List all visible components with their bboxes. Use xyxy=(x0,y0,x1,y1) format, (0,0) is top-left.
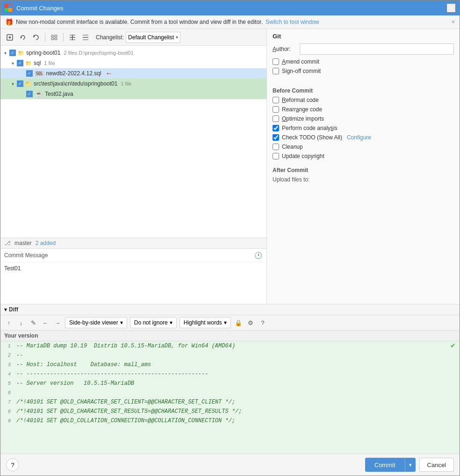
git-section-title: Git xyxy=(273,33,454,40)
changelist-dropdown[interactable]: Default Changelist ▾ xyxy=(126,32,180,43)
collapse-all-button[interactable] xyxy=(80,32,91,43)
ignore-dropdown-arrow: ▾ xyxy=(170,319,172,326)
perform-analysis-checkbox[interactable] xyxy=(273,125,279,131)
reformat-code-label[interactable]: Reformat code xyxy=(282,97,319,103)
list-item[interactable]: ✓ ☕ Test02.java xyxy=(0,89,266,99)
configure-link[interactable]: Configure xyxy=(347,134,371,141)
info-bar-close-button[interactable]: × xyxy=(452,19,455,25)
rearrange-code-checkbox[interactable] xyxy=(273,106,279,113)
update-copyright-checkbox[interactable] xyxy=(273,153,279,159)
tree-toggle-spring-boot01[interactable]: ▾ xyxy=(2,50,8,56)
amend-commit-label[interactable]: Amend commit xyxy=(282,58,319,65)
code-line: 5-- Server version 10.5.15-MariaDB xyxy=(0,379,460,388)
diff-section: ▾ Diff ↑ ↓ ✎ ← → Side-by-side viewer ▾ D… xyxy=(0,304,460,454)
tree-toggle-src[interactable]: ▾ xyxy=(10,81,15,87)
branch-name: master xyxy=(14,240,32,246)
checkbox-java-file[interactable]: ✓ xyxy=(26,91,33,97)
code-line: 3-- Host: localhost Database: mall_ams xyxy=(0,360,460,369)
line-number: 4 xyxy=(0,371,14,377)
checkbox-src[interactable]: ✓ xyxy=(17,80,23,87)
viewer-label: Side-by-side viewer xyxy=(69,319,118,326)
list-item[interactable]: ▾ ✓ 📁 spring-boot01 2 files D:\project\s… xyxy=(0,48,266,58)
cancel-button[interactable]: Cancel xyxy=(419,458,454,472)
code-line: 1-- MariaDB dump 10.19 Distrib 10.5.15-M… xyxy=(0,341,460,351)
checkbox-spring-boot01[interactable]: ✓ xyxy=(9,50,16,56)
right-panel: Git Author: Amend commit Sign-off commit xyxy=(267,29,460,304)
expand-all-button[interactable] xyxy=(67,32,78,43)
list-item[interactable]: ▾ ✓ 📁 src\test\java\cn\tedu\springboot01… xyxy=(0,79,266,89)
tree-toggle-sql[interactable]: ▾ xyxy=(10,60,15,66)
check-todo-label[interactable]: Check TODO (Show All) xyxy=(282,134,342,141)
perform-code-analysis-row: Perform code analysis xyxy=(273,125,454,131)
check-todo-row: Check TODO (Show All) Configure xyxy=(273,134,454,141)
checkbox-sql[interactable]: ✓ xyxy=(17,60,23,66)
ignore-dropdown[interactable]: Do not ignore ▾ xyxy=(130,317,177,328)
amend-commit-checkbox[interactable] xyxy=(273,58,279,65)
line-content: /*!40101 SET @OLD_CHARACTER_SET_CLIENT=@… xyxy=(14,399,460,405)
signoff-commit-checkbox[interactable] xyxy=(273,68,279,74)
commit-button[interactable]: Commit xyxy=(365,458,405,472)
group-by-button[interactable] xyxy=(49,32,60,43)
info-bar: 🎁 New non-modal commit interface is avai… xyxy=(0,15,460,29)
svg-rect-11 xyxy=(51,38,54,40)
diff-up-button[interactable]: ↑ xyxy=(4,318,14,327)
help-button[interactable]: ? xyxy=(6,458,19,471)
signoff-commit-label[interactable]: Sign-off commit xyxy=(282,68,321,74)
changelist-dropdown-arrow: ▾ xyxy=(176,35,178,40)
amend-commit-row: Amend commit xyxy=(273,58,454,65)
tree-label-sql-file: newdb2-2022.4.12.sql xyxy=(46,70,101,77)
cleanup-checkbox[interactable] xyxy=(273,144,279,150)
author-input[interactable] xyxy=(300,43,454,55)
file-tree: ▾ ✓ 📁 spring-boot01 2 files D:\project\s… xyxy=(0,46,266,238)
checkbox-sql-file[interactable]: ✓ xyxy=(26,70,33,77)
diff-back-button[interactable]: ← xyxy=(41,318,50,327)
svg-rect-12 xyxy=(55,38,57,40)
upload-files-label: Upload files to: xyxy=(273,176,454,183)
line-content: -- xyxy=(14,352,460,359)
commit-button-group: Commit ▾ xyxy=(365,458,416,472)
line-number: 7 xyxy=(0,399,14,405)
tree-meta-src: 1 file xyxy=(121,81,131,87)
commit-dropdown-button[interactable]: ▾ xyxy=(405,458,416,472)
author-row: Author: xyxy=(273,43,454,55)
diff-settings-button[interactable]: ⚙ xyxy=(246,318,255,327)
refresh-button[interactable] xyxy=(30,32,42,43)
switch-to-tool-window-link[interactable]: Switch to tool window xyxy=(266,19,319,25)
rearrange-code-label[interactable]: Rearrange code xyxy=(282,106,322,113)
optimize-imports-label[interactable]: Optimize imports xyxy=(282,115,324,122)
added-count: 2 added xyxy=(36,240,56,246)
update-copyright-row: Update copyright xyxy=(273,153,454,159)
commit-message-input[interactable]: Test01 xyxy=(0,262,266,304)
svg-rect-9 xyxy=(51,35,54,37)
diff-lock-button[interactable]: 🔒 xyxy=(234,318,243,327)
diff-edit-button[interactable]: ✎ xyxy=(29,318,38,327)
line-number: 9 xyxy=(0,418,14,424)
diff-down-button[interactable]: ↓ xyxy=(16,318,26,327)
reformat-code-row: Reformat code xyxy=(273,97,454,103)
reformat-code-checkbox[interactable] xyxy=(273,97,279,103)
perform-analysis-label[interactable]: Perform code analysis xyxy=(282,125,338,131)
folder-icon-sql: 📁 xyxy=(25,59,32,67)
commit-message-history-button[interactable]: 🕐 xyxy=(253,251,263,260)
move-to-changelist-button[interactable] xyxy=(4,32,15,43)
cleanup-label[interactable]: Cleanup xyxy=(282,144,303,150)
author-label: Author: xyxy=(273,46,296,52)
before-commit-section: Before Commit Reformat code Rearrange co… xyxy=(273,83,454,162)
window-close-button[interactable]: × xyxy=(446,3,456,13)
diff-help-button[interactable]: ? xyxy=(258,318,267,327)
diff-forward-button[interactable]: → xyxy=(53,318,62,327)
diff-title: Diff xyxy=(9,306,18,313)
bottom-bar: ? Commit ▾ Cancel xyxy=(0,454,460,476)
viewer-dropdown[interactable]: Side-by-side viewer ▾ xyxy=(65,317,127,328)
rollback-button[interactable] xyxy=(17,32,29,43)
check-todo-checkbox[interactable] xyxy=(273,134,279,141)
optimize-imports-checkbox[interactable] xyxy=(273,115,279,122)
line-number: 3 xyxy=(0,362,14,368)
diff-header[interactable]: ▾ Diff xyxy=(0,304,460,315)
line-content: -- Server version 10.5.15-MariaDB xyxy=(14,380,460,387)
list-item[interactable]: ✓ SQL newdb2-2022.4.12.sql ← xyxy=(0,68,266,79)
list-item[interactable]: ▾ ✓ 📁 sql 1 file xyxy=(0,58,266,68)
update-copyright-label[interactable]: Update copyright xyxy=(282,153,324,159)
highlight-dropdown[interactable]: Highlight words ▾ xyxy=(180,317,231,328)
tree-path: D:\project\spring-boot01 xyxy=(79,50,133,56)
